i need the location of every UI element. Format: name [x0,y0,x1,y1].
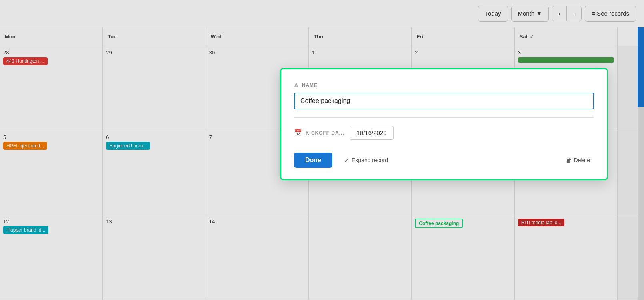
modal-divider [294,117,594,118]
kickoff-date-display[interactable]: 10/16/2020 [350,126,393,140]
modal-footer: Done ⤢ Expand record 🗑 Delete [294,153,594,168]
expand-record-button[interactable]: ⤢ Expand record [340,155,392,166]
modal-overlay: A NAME 📅 KICKOFF DA... 10/16/2020 Done ⤢… [0,0,644,300]
name-section: A NAME [294,82,594,109]
name-type-icon: A [294,82,299,89]
expand-icon: ⤢ [344,157,349,163]
trash-icon: 🗑 [566,157,572,163]
name-input[interactable] [294,93,594,109]
calendar-icon: 📅 [294,129,302,137]
name-label: A NAME [294,82,594,89]
kickoff-label: 📅 KICKOFF DA... [294,129,344,137]
kickoff-section: 📅 KICKOFF DA... 10/16/2020 [294,126,594,140]
delete-button[interactable]: 🗑 Delete [562,155,594,166]
record-modal: A NAME 📅 KICKOFF DA... 10/16/2020 Done ⤢… [280,68,608,180]
done-button[interactable]: Done [294,153,332,168]
